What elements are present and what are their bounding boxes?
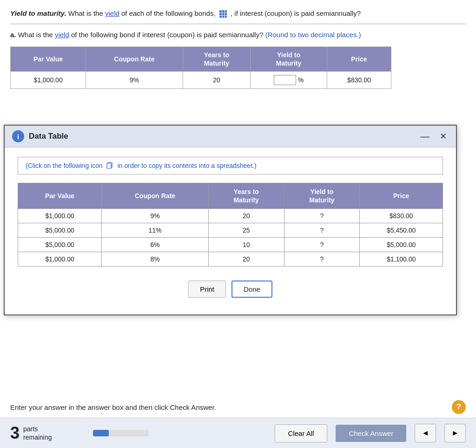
svg-rect-5 (225, 13, 227, 15)
prev-button[interactable]: ◄ (415, 424, 436, 442)
main-table-row: $1,000.00 9% 20 % $830.00 (11, 72, 391, 89)
yield-link-2[interactable]: yield (55, 31, 69, 39)
intro-paragraph: Yield to maturity. What is the yield of … (10, 8, 466, 19)
dt-th-coupon-rate: Coupon Rate (102, 183, 209, 209)
question-a-text2: of the following bond if interest (coupo… (69, 31, 265, 39)
main-th-yield-to-maturity: Yield toMaturity (251, 47, 327, 72)
dt-td-ytm-1: ? (284, 223, 360, 238)
main-td-years: 20 (183, 72, 251, 89)
main-td-par-value: $1,000.00 (11, 72, 86, 89)
main-th-coupon-rate: Coupon Rate (86, 47, 183, 72)
dt-td-par-value-2: $5,000.00 (18, 238, 102, 252)
svg-rect-6 (219, 16, 222, 18)
data-table: Par Value Coupon Rate Years toMaturity Y… (18, 183, 443, 267)
dt-td-ytm-2: ? (284, 238, 360, 252)
dt-th-years: Years toMaturity (208, 183, 284, 209)
intro-bold-italic: Yield to maturity. (10, 9, 66, 17)
data-table-row: $5,000.00 6% 10 ? $5,000.00 (18, 238, 443, 252)
intro-text1: What is the (68, 9, 105, 17)
copy-icon[interactable] (106, 162, 114, 169)
dt-td-price-3: $1,100.00 (360, 252, 443, 267)
dt-td-ytm-3: ? (284, 252, 360, 267)
main-content: Yield to maturity. What is the yield of … (0, 0, 476, 94)
spreadsheet-text2: in order to copy its contents into a spr… (118, 162, 257, 169)
dt-th-par-value: Par Value (18, 183, 102, 209)
info-icon: i (12, 130, 24, 142)
main-th-price: Price (327, 47, 391, 72)
dt-td-par-value-1: $5,000.00 (18, 223, 102, 238)
intro-text3: , if interest (coupon) is paid semiannua… (231, 9, 361, 17)
spreadsheet-note: (Click on the following icon in order to… (18, 157, 443, 174)
svg-rect-4 (222, 13, 225, 15)
yield-link-1[interactable]: yield (105, 9, 119, 17)
ytm-input[interactable] (274, 75, 296, 85)
minimize-button[interactable]: — (418, 131, 431, 141)
question-a: a. What is the yield of the following bo… (10, 30, 466, 40)
dt-th-price: Price (360, 183, 443, 209)
svg-rect-1 (222, 10, 225, 13)
check-answer-button[interactable]: Check Answer (336, 425, 406, 442)
main-td-coupon-rate: 9% (86, 72, 183, 89)
main-td-ytm: % (251, 72, 327, 89)
main-td-price: $830.00 (327, 72, 391, 89)
question-a-text1: What is the (18, 31, 55, 39)
svg-rect-8 (225, 16, 227, 18)
svg-rect-7 (222, 16, 225, 18)
svg-rect-2 (225, 10, 227, 13)
spreadsheet-text1: (Click on the following icon (26, 162, 103, 169)
dt-td-years-1: 25 (208, 223, 284, 238)
data-table-row: $5,000.00 11% 25 ? $5,450.00 (18, 223, 443, 238)
data-table-row: $1,000.00 8% 20 ? $1,100.00 (18, 252, 443, 267)
pct-label: % (298, 76, 304, 84)
dt-td-coupon-1: 11% (102, 223, 209, 238)
dt-td-price-1: $5,450.00 (360, 223, 443, 238)
parts-number: 3 (10, 425, 20, 441)
main-th-par-value: Par Value (11, 47, 86, 72)
main-table: Par Value Coupon Rate Years toMaturity Y… (10, 47, 391, 89)
print-button[interactable]: Print (188, 281, 226, 298)
svg-rect-0 (219, 10, 222, 13)
parts-label: partsremaining (23, 425, 52, 441)
progress-bar-fill (93, 430, 109, 436)
answer-prompt-row: Enter your answer in the answer box and … (0, 395, 476, 418)
clear-all-button[interactable]: Clear All (275, 424, 328, 442)
dt-td-years-3: 20 (208, 252, 284, 267)
grid-icon[interactable] (219, 10, 227, 18)
modal-body: (Click on the following icon in order to… (5, 147, 456, 314)
close-button[interactable]: ✕ (438, 131, 449, 141)
modal-controls: — ✕ (418, 131, 449, 141)
svg-rect-3 (219, 13, 222, 15)
data-table-modal: i Data Table — ✕ (Click on the following… (4, 125, 457, 315)
next-button[interactable]: ► (444, 424, 466, 442)
modal-footer: Print Done (18, 276, 443, 305)
data-table-row: $1,000.00 9% 20 ? $830.00 (18, 209, 443, 223)
dt-td-price-0: $830.00 (360, 209, 443, 223)
dt-td-coupon-3: 8% (102, 252, 209, 267)
dt-td-coupon-0: 9% (102, 209, 209, 223)
question-a-label: a. (10, 31, 16, 39)
round-note: (Round to two decimal places.) (265, 31, 361, 39)
dt-td-par-value-0: $1,000.00 (18, 209, 102, 223)
dt-td-price-2: $5,000.00 (360, 238, 443, 252)
dt-td-ytm-0: ? (284, 209, 360, 223)
main-th-years-to-maturity: Years toMaturity (183, 47, 251, 72)
dt-td-coupon-2: 6% (102, 238, 209, 252)
bottom-section: Enter your answer in the answer box and … (0, 395, 476, 448)
bottom-bar: 3 partsremaining Clear All Check Answer … (0, 418, 476, 448)
dt-th-ytm: Yield toMaturity (284, 183, 360, 209)
dt-td-years-0: 20 (208, 209, 284, 223)
help-button[interactable]: ? (452, 400, 466, 414)
modal-header-left: i Data Table (12, 130, 68, 142)
modal-header: i Data Table — ✕ (5, 126, 456, 147)
answer-prompt-text: Enter your answer in the answer box and … (10, 403, 216, 411)
dt-td-years-2: 10 (208, 238, 284, 252)
parts-remaining: 3 partsremaining (10, 425, 85, 441)
progress-bar (93, 430, 149, 436)
svg-rect-10 (107, 163, 111, 168)
dt-td-par-value-3: $1,000.00 (18, 252, 102, 267)
divider-1 (10, 24, 466, 24)
intro-text2: of each of the following bonds, (119, 9, 218, 17)
done-button[interactable]: Done (231, 281, 272, 298)
modal-title: Data Table (29, 132, 68, 141)
